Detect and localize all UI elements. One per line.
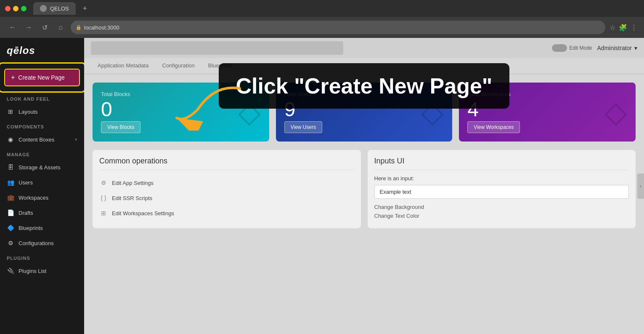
layouts-label: Layouts <box>19 109 77 115</box>
header-right: Edit Mode Administrator ▾ <box>552 44 638 52</box>
inputs-ui-title: Inputs UI <box>374 157 629 170</box>
drafts-label: Drafts <box>19 210 77 216</box>
tab-application-metadata[interactable]: Application Metadata <box>91 58 155 74</box>
address-bar[interactable]: 🔒 localhost:3000 <box>71 21 605 34</box>
browser-tab[interactable]: QELOS <box>33 2 76 15</box>
workspace-settings-icon: ⊞ <box>99 209 108 217</box>
edit-mode-toggle[interactable]: Edit Mode <box>552 44 592 52</box>
dashboard: Total Blocks 0 View Blocks ◇ Total Users… <box>84 74 644 334</box>
chevron-down-icon: ▾ <box>634 45 637 51</box>
main-header: Edit Mode Administrator ▾ <box>84 38 644 58</box>
storage-icon: 🗄 <box>7 163 14 171</box>
workspaces-watermark: ◇ <box>604 95 627 129</box>
edit-mode-label: Edit Mode <box>570 45 592 51</box>
tab-favicon <box>40 5 47 12</box>
create-new-page-button[interactable]: + Create New Page <box>4 69 80 86</box>
common-operations-title: Common operations <box>99 157 354 170</box>
browser-titlebar: QELOS + <box>0 0 644 17</box>
sidebar-item-layouts[interactable]: ⊞ Layouts <box>0 104 84 119</box>
traffic-lights <box>5 6 27 11</box>
admin-dropdown[interactable]: Administrator ▾ <box>597 45 637 51</box>
input-label: Here is an input: <box>374 175 629 182</box>
star-icon[interactable]: ☆ <box>610 24 615 32</box>
blocks-watermark: ◇ <box>238 95 261 129</box>
sidebar-item-content-boxes[interactable]: ◉ Content Boxes ▾ <box>0 132 84 147</box>
workspaces-icon: 💼 <box>7 194 14 201</box>
section-look-and-feel: LOOK AND FEEL <box>0 91 84 104</box>
new-tab-button[interactable]: + <box>79 3 91 14</box>
tab-configuration[interactable]: Configuration <box>155 58 201 74</box>
sidebar-item-blueprints[interactable]: 🔷 Blueprints <box>0 220 84 235</box>
view-blocks-button[interactable]: View Blocks <box>101 121 140 133</box>
blueprints-label: Blueprints <box>19 225 77 231</box>
edit-app-settings-label: Edit App Settings <box>112 180 154 186</box>
close-button[interactable] <box>5 6 11 11</box>
stat-label-workspaces: Total Workspaces <box>467 91 627 97</box>
edit-ssr-scripts-label: Edit SSR Scripts <box>112 195 152 201</box>
sidebar-item-workspaces[interactable]: 💼 Workspaces <box>0 190 84 205</box>
workspaces-label: Workspaces <box>19 195 77 201</box>
storage-label: Storage & Assets <box>19 164 77 171</box>
stat-value-blocks: 0 <box>101 98 261 121</box>
stat-label-blocks: Total Blocks <box>101 91 261 97</box>
section-plugins: PLUGINS <box>0 251 84 263</box>
plugins-label: Plugins List <box>19 268 77 274</box>
inputs-ui-panel: Inputs UI Here is an input: Change Backg… <box>368 150 636 228</box>
browser-toolbar: ← → ↺ ⌂ 🔒 localhost:3000 ☆ 🧩 ⋮ <box>0 17 644 38</box>
users-icon: 👥 <box>7 179 14 186</box>
search-bar[interactable] <box>91 41 343 55</box>
common-operations-panel: Common operations ⚙ Edit App Settings { … <box>93 150 361 228</box>
sidebar-item-users[interactable]: 👥 Users <box>0 175 84 190</box>
tab-title: QELOS <box>50 5 69 12</box>
content-boxes-label: Content Boxes <box>19 136 71 143</box>
stat-value-users: 9 <box>284 98 444 121</box>
panels-row: Common operations ⚙ Edit App Settings { … <box>93 150 636 228</box>
blueprints-icon: 🔷 <box>7 224 14 232</box>
view-workspaces-button[interactable]: View Workspaces <box>467 121 520 133</box>
home-button[interactable]: ⌂ <box>55 21 66 33</box>
sidebar-item-drafts[interactable]: 📄 Drafts <box>0 205 84 220</box>
drafts-icon: 📄 <box>7 209 14 216</box>
menu-icon[interactable]: ⋮ <box>631 24 637 32</box>
admin-label: Administrator <box>597 45 632 51</box>
extensions-icon[interactable]: 🧩 <box>619 24 627 32</box>
tab-blueprints[interactable]: Blueprints <box>201 58 239 74</box>
sidebar-item-configurations[interactable]: ⚙ Configurations <box>0 235 84 251</box>
configurations-label: Configurations <box>19 240 77 246</box>
edit-ssr-scripts-item[interactable]: { } Edit SSR Scripts <box>99 190 354 206</box>
edit-workspaces-settings-item[interactable]: ⊞ Edit Workspaces Settings <box>99 206 354 221</box>
sidebar-item-storage[interactable]: 🗄 Storage & Assets <box>0 160 84 175</box>
back-button[interactable]: ← <box>7 21 19 33</box>
main-content: Edit Mode Administrator ▾ Application Me… <box>84 38 644 334</box>
toggle-switch[interactable] <box>552 44 567 52</box>
change-background-link[interactable]: Change Background <box>374 204 629 210</box>
create-btn-label: Create New Page <box>18 74 65 81</box>
sidebar-logo: qēlos <box>0 38 84 64</box>
settings-icon: ⚙ <box>99 179 108 187</box>
change-text-color-link[interactable]: Change Text Color <box>374 213 629 219</box>
browser-chrome: QELOS + ← → ↺ ⌂ 🔒 localhost:3000 ☆ 🧩 ⋮ <box>0 0 644 38</box>
users-watermark: ◇ <box>421 95 444 129</box>
stat-card-users: Total Users 9 View Users ◇ <box>276 83 453 142</box>
section-manage: MANAGE <box>0 147 84 160</box>
example-input[interactable] <box>374 185 629 199</box>
maximize-button[interactable] <box>21 6 27 11</box>
tabs-bar: Application Metadata Configuration Bluep… <box>84 58 644 74</box>
forward-button[interactable]: → <box>23 21 34 33</box>
view-users-button[interactable]: View Users <box>284 121 322 133</box>
plugins-icon: 🔌 <box>7 267 14 275</box>
lock-icon: 🔒 <box>76 25 82 30</box>
minimize-button[interactable] <box>13 6 19 11</box>
edit-app-settings-item[interactable]: ⚙ Edit App Settings <box>99 175 354 190</box>
code-icon: { } <box>99 194 108 202</box>
configurations-icon: ⚙ <box>7 239 14 247</box>
stat-value-workspaces: 4 <box>467 98 627 121</box>
sidebar-collapse-handle[interactable]: › <box>637 174 644 199</box>
refresh-button[interactable]: ↺ <box>39 21 50 33</box>
sidebar-item-plugins-list[interactable]: 🔌 Plugins List <box>0 263 84 278</box>
chevron-down-icon: ▾ <box>75 137 77 142</box>
create-btn-wrapper: + Create New Page <box>0 64 84 91</box>
stat-card-workspaces: Total Workspaces 4 View Workspaces ◇ <box>459 83 636 142</box>
stats-row: Total Blocks 0 View Blocks ◇ Total Users… <box>93 83 636 142</box>
section-components: COMPONENTS <box>0 119 84 132</box>
